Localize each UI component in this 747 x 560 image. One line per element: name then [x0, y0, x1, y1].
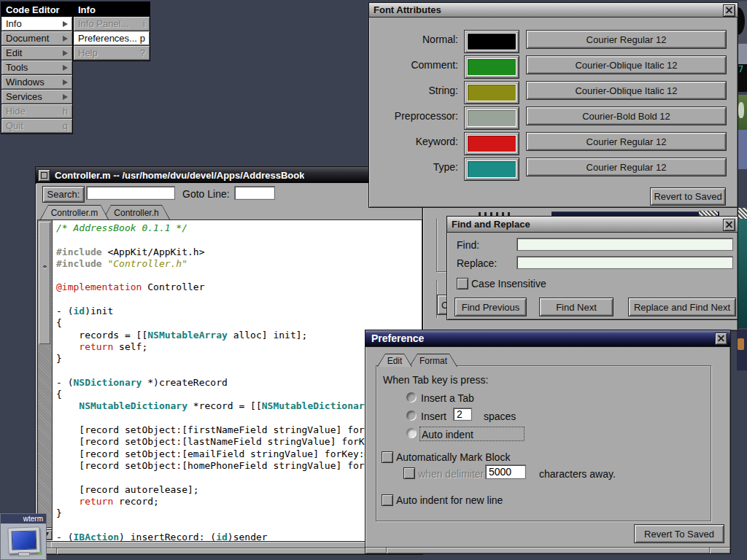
menu-item-hide[interactable]: Hideh: [1, 104, 72, 119]
code-line: #include "Controller.h": [56, 258, 422, 270]
close-icon: [724, 5, 735, 16]
color-well[interactable]: [464, 106, 519, 130]
groupbox-fragment: [436, 271, 446, 272]
find-next-button[interactable]: Find Next: [539, 298, 614, 316]
mark-block-checkbox[interactable]: [382, 451, 393, 463]
resize-bar[interactable]: [365, 547, 730, 553]
submenu-arrow-icon: [63, 79, 68, 85]
color-well[interactable]: [464, 81, 519, 104]
editor-tabbar: Controller.m Controller.h: [37, 204, 421, 219]
miniaturize-icon[interactable]: [38, 169, 50, 182]
menu-title[interactable]: Code Editor: [1, 2, 72, 17]
find-label: Find:: [457, 239, 479, 251]
search-button[interactable]: Search:: [42, 186, 85, 203]
menu-shortcut: p: [140, 33, 145, 44]
code-line: - (id)init: [56, 306, 422, 317]
wterm-titlebar: wterm: [1, 514, 46, 524]
font-button[interactable]: Courier Regular 12: [526, 158, 727, 176]
dock-tile-fragment: [737, 1, 747, 44]
button-label: Replace and Find Next: [634, 302, 730, 313]
menu-item-label: Services: [6, 91, 42, 102]
find-input[interactable]: [516, 238, 733, 251]
find-previous-button[interactable]: Find Previous: [454, 298, 527, 316]
color-well[interactable]: [464, 55, 519, 79]
editor-titlebar[interactable]: Controller.m -- /usr/home/dvu/devel/Apps…: [36, 167, 422, 184]
color-well[interactable]: [464, 132, 519, 155]
goto-line-input[interactable]: [234, 186, 275, 200]
menu-item-preferences[interactable]: Preferences...p: [74, 31, 150, 46]
submenu-arrow-icon: [63, 94, 68, 100]
code-line: @implementation Controller: [56, 281, 422, 293]
menu-item-label: Preferences...: [78, 33, 137, 44]
tab-format[interactable]: Format: [409, 354, 457, 367]
scrollbar-knob[interactable]: [39, 222, 50, 344]
submenu-arrow-icon: [63, 21, 68, 27]
editor-window-title: Controller.m -- /usr/home/dvu/devel/Apps…: [36, 170, 304, 181]
tab-key-heading: When Tab key is press:: [383, 374, 488, 386]
wterm-miniwindow[interactable]: wterm: [0, 513, 47, 560]
replace-input[interactable]: [516, 256, 733, 269]
tab-label: Format: [419, 356, 447, 366]
submenu-arrow-icon: [63, 36, 68, 42]
font-button[interactable]: Courier-Oblique Italic 12: [526, 81, 727, 100]
font-attributes-titlebar[interactable]: Font Attributes: [369, 3, 738, 18]
color-well[interactable]: [464, 158, 519, 181]
menu-item-document[interactable]: Document: [1, 31, 72, 46]
vertical-scrollbar[interactable]: [38, 220, 53, 540]
close-button[interactable]: [723, 4, 735, 17]
radio-insert-spaces[interactable]: [406, 411, 417, 421]
revert-to-saved-button[interactable]: Revert to Saved: [650, 187, 726, 206]
submenu-arrow-icon: [63, 50, 68, 56]
tab-label: Controller.m: [51, 208, 98, 218]
menu-item-edit[interactable]: Edit: [1, 46, 72, 61]
preference-titlebar[interactable]: Preference: [365, 330, 730, 347]
attribute-label: Preprocessor:: [369, 106, 458, 125]
delimiter-checkbox[interactable]: [403, 467, 415, 479]
menu-item-help[interactable]: Help?: [74, 46, 150, 61]
auto-indent-newline-checkbox[interactable]: [382, 494, 393, 506]
font-attribute-row: Type:Courier Regular 12: [369, 158, 738, 176]
tab-edit[interactable]: Edit: [377, 354, 412, 367]
dock-tile-fragment: [737, 95, 747, 130]
background-image-fragment: [737, 219, 747, 328]
menu-item-quit[interactable]: Quitq: [1, 119, 72, 133]
menu-item-services[interactable]: Services: [1, 90, 72, 104]
menu-shortcut: ?: [140, 47, 145, 58]
spaces-count-input[interactable]: [453, 408, 472, 421]
submenu-title[interactable]: Info: [74, 2, 150, 17]
font-button[interactable]: Courier Regular 12: [526, 132, 727, 151]
close-button[interactable]: [715, 332, 727, 345]
case-insensitive-checkbox[interactable]: [457, 278, 468, 289]
search-input[interactable]: [86, 186, 175, 200]
menu-item-windows[interactable]: Windows: [1, 75, 72, 90]
close-icon: [724, 219, 735, 230]
font-button[interactable]: Courier-Bold Bold 12: [526, 106, 727, 125]
menu-item-info[interactable]: Info: [1, 17, 72, 31]
tab-controller-h[interactable]: Controller.h: [103, 205, 170, 219]
revert-to-saved-button[interactable]: Revert To Saved: [634, 524, 724, 543]
color-swatch: [468, 34, 516, 50]
menu-shortcut: i: [143, 18, 145, 29]
find-replace-titlebar[interactable]: Find and Replace: [447, 217, 738, 233]
delimiter-label: when delimiter i: [418, 468, 489, 480]
font-button[interactable]: Courier Regular 12: [526, 30, 727, 49]
color-well[interactable]: [464, 30, 519, 53]
radio-insert-tab[interactable]: [406, 392, 417, 402]
dock-clock-digit: 7: [738, 64, 743, 74]
radio-auto-indent[interactable]: [406, 428, 417, 438]
replace-and-find-next-button[interactable]: Replace and Find Next: [628, 298, 736, 316]
tab-controller-m[interactable]: Controller.m: [40, 205, 109, 219]
font-button[interactable]: Courier-Oblique Italic 12: [526, 55, 727, 74]
menu-shortcut: q: [63, 120, 68, 131]
spaces-suffix-label: spaces: [484, 411, 516, 422]
delimiter-distance-input[interactable]: [485, 464, 526, 479]
close-button[interactable]: [723, 219, 735, 231]
submenu-title-label: Info: [78, 4, 96, 15]
font-attributes-panel: Font Attributes Normal:Courier Regular 1…: [368, 2, 738, 208]
menu-item-tools[interactable]: Tools: [1, 61, 72, 75]
dock-clock-fragment: 7: [737, 64, 747, 92]
color-swatch: [468, 59, 516, 75]
search-button-label: Search:: [47, 189, 80, 200]
menu-item-infopanel[interactable]: Info Panel...i: [74, 17, 150, 31]
font-attribute-row: Preprocessor:Courier-Bold Bold 12: [369, 106, 738, 125]
